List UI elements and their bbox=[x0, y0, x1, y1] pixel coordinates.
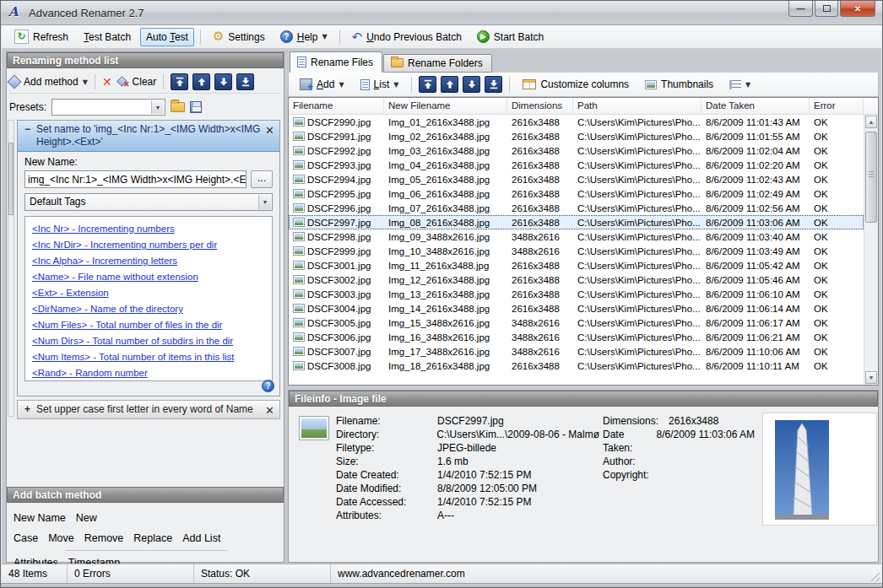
collapse-icon[interactable]: − bbox=[24, 123, 30, 135]
column-header-error[interactable]: Error bbox=[810, 98, 864, 114]
table-row[interactable]: DSCF3008.jpgImg_18_2616x3488.jpg2616x348… bbox=[289, 359, 864, 373]
scrollbar-thumb[interactable] bbox=[865, 132, 877, 223]
start-batch-button[interactable]: ▶ Start Batch bbox=[471, 27, 550, 46]
filename-text: DSCF2990.jpg bbox=[307, 117, 371, 127]
gear-icon: ⚙ bbox=[213, 30, 224, 43]
table-row[interactable]: DSCF2995.jpgImg_06_2616x3488.jpg2616x348… bbox=[289, 186, 864, 201]
clear-button[interactable]: Clear bbox=[133, 76, 157, 88]
scrollbar-thumb[interactable] bbox=[8, 143, 14, 215]
method-help-icon[interactable]: ? bbox=[262, 380, 274, 392]
file-table-scrollbar[interactable]: ▲ ▼ bbox=[864, 115, 878, 385]
table-row[interactable]: DSCF3001.jpgImg_11_2616x3488.jpg2616x348… bbox=[289, 258, 864, 272]
tab-rename-files[interactable]: Rename Files bbox=[290, 51, 382, 73]
tags-dropdown[interactable]: Default Tags ▼ bbox=[24, 193, 273, 211]
settings-button[interactable]: ⚙ Settings bbox=[207, 27, 271, 46]
delete-method-icon[interactable]: ✕ bbox=[102, 76, 112, 88]
tag-link[interactable]: <Ext> - Extension bbox=[32, 285, 265, 301]
table-row[interactable]: DSCF3005.jpgImg_15_3488x2616.jpg3488x261… bbox=[289, 316, 864, 330]
chevron-down-icon[interactable]: ▼ bbox=[151, 100, 164, 114]
add-batch-method-link[interactable]: Add List bbox=[182, 532, 220, 544]
table-row[interactable]: DSCF2993.jpgImg_04_2616x3488.jpg2616x348… bbox=[289, 158, 864, 172]
customize-columns-button[interactable]: Customize columns bbox=[517, 75, 635, 94]
table-row[interactable]: DSCF2998.jpgImg_09_3488x2616.jpg3488x261… bbox=[289, 229, 864, 244]
move-file-bottom-button[interactable] bbox=[485, 76, 502, 93]
table-row[interactable]: DSCF2991.jpgImg_02_2616x3488.jpg2616x348… bbox=[289, 129, 864, 143]
save-preset-icon[interactable] bbox=[190, 101, 202, 113]
chevron-down-icon[interactable]: ▼ bbox=[258, 195, 271, 209]
app-window: A Advanced Renamer 2.7 — ✕ ↻ Refresh Tes… bbox=[0, 0, 883, 588]
test-batch-button[interactable]: Test Batch bbox=[78, 28, 137, 46]
tag-link[interactable]: <Num Items> - Total number of items in t… bbox=[32, 349, 265, 365]
close-icon[interactable]: ✕ bbox=[265, 404, 274, 417]
tag-link[interactable]: <Inc Alpha> - Incrementing letters bbox=[32, 253, 265, 269]
presets-combobox[interactable]: ▼ bbox=[51, 99, 165, 116]
move-file-up-button[interactable] bbox=[441, 76, 458, 93]
close-button[interactable]: ✕ bbox=[840, 1, 875, 17]
table-row[interactable]: DSCF2990.jpgImg_01_2616x3488.jpg2616x348… bbox=[289, 115, 864, 129]
move-file-top-button[interactable] bbox=[419, 76, 436, 93]
add-batch-method-link[interactable]: New Name bbox=[14, 512, 66, 524]
column-header-new-filename[interactable]: New Filename bbox=[384, 98, 507, 114]
add-method-button[interactable]: Add method bbox=[24, 76, 79, 88]
column-header-filename[interactable]: Filename bbox=[289, 98, 384, 114]
add-files-button[interactable]: Add ▼ bbox=[294, 75, 350, 94]
window-title: Advanced Renamer 2.7 bbox=[29, 7, 144, 19]
move-method-down-button[interactable] bbox=[214, 73, 232, 90]
table-row[interactable]: DSCF3004.jpgImg_14_2616x3488.jpg2616x348… bbox=[289, 301, 864, 316]
open-preset-icon[interactable] bbox=[171, 102, 185, 112]
move-file-down-button[interactable] bbox=[463, 76, 480, 93]
move-method-bottom-button[interactable] bbox=[236, 73, 254, 90]
chevron-down-icon[interactable]: ▼ bbox=[83, 78, 88, 86]
fileinfo-field: Attributes:A--- bbox=[336, 509, 599, 522]
table-row[interactable]: DSCF3002.jpgImg_12_2616x3488.jpg2616x348… bbox=[289, 272, 864, 287]
help-button[interactable]: ? Help ▼ bbox=[274, 27, 333, 46]
table-row[interactable]: DSCF2994.jpgImg_05_2616x3488.jpg2616x348… bbox=[289, 172, 864, 186]
method-set-name-header[interactable]: − Set name to 'img_<Inc Nr:1>_<IMG Width… bbox=[18, 121, 279, 152]
tag-link[interactable]: <Rand> - Random number bbox=[32, 365, 265, 381]
add-batch-method-link[interactable]: Replace bbox=[133, 532, 172, 544]
tab-rename-folders[interactable]: Rename Folders bbox=[383, 54, 492, 73]
move-method-up-button[interactable] bbox=[192, 73, 210, 90]
tower-photo bbox=[775, 420, 829, 520]
tag-link[interactable]: <DirName> - Name of the directory bbox=[32, 301, 265, 317]
title-bar[interactable]: A Advanced Renamer 2.7 — ✕ bbox=[1, 1, 882, 25]
scroll-down-icon[interactable]: ▼ bbox=[865, 371, 877, 384]
renaming-method-panel: Renaming method list Add method ▼ ✕ ✕ Cl… bbox=[6, 51, 284, 563]
column-header-date-taken[interactable]: Date Taken bbox=[702, 98, 810, 114]
maximize-button[interactable] bbox=[815, 1, 838, 17]
column-header-path[interactable]: Path bbox=[573, 98, 702, 114]
tag-link[interactable]: <Name> - File name without extension bbox=[32, 269, 265, 285]
table-row[interactable]: DSCF3007.jpgImg_17_3488x2616.jpg3488x261… bbox=[289, 344, 864, 359]
tag-link[interactable]: <Num Files> - Total number of files in t… bbox=[32, 317, 265, 333]
thumbnails-button[interactable]: Thumbnails bbox=[639, 75, 719, 94]
fileinfo-field: Dimensions:2616x3488 bbox=[603, 414, 755, 428]
website-link[interactable]: www.advancedrenamer.com bbox=[331, 564, 881, 583]
table-row[interactable]: DSCF3006.jpgImg_16_3488x2616.jpg3488x261… bbox=[289, 330, 864, 344]
minimize-button[interactable]: — bbox=[788, 1, 813, 17]
add-batch-method-link[interactable]: Move bbox=[48, 532, 74, 544]
method-upper-case-header[interactable]: + Set upper case first letter in every w… bbox=[17, 400, 280, 419]
list-button[interactable]: List ▼ bbox=[355, 75, 405, 94]
scroll-up-icon[interactable]: ▲ bbox=[865, 116, 877, 128]
table-row[interactable]: DSCF2999.jpgImg_10_3488x2616.jpg3488x261… bbox=[289, 244, 864, 258]
browse-button[interactable]: ... bbox=[251, 170, 273, 188]
table-row[interactable]: DSCF2992.jpgImg_03_2616x3488.jpg2616x348… bbox=[289, 143, 864, 158]
tag-link[interactable]: <Inc NrDir> - Incrementing numbers per d… bbox=[32, 237, 265, 253]
auto-test-button[interactable]: Auto Test bbox=[140, 28, 194, 46]
tag-link[interactable]: <Num Dirs> - Total number of subdirs in … bbox=[32, 333, 265, 349]
table-row[interactable]: DSCF2996.jpgImg_07_2616x3488.jpg2616x348… bbox=[289, 201, 864, 215]
new-name-input[interactable]: img_<Inc Nr:1>_<IMG Width>x<IMG Height>.… bbox=[24, 170, 246, 188]
column-header-dimensions[interactable]: Dimensions bbox=[507, 98, 573, 114]
table-row[interactable]: DSCF2997.jpgImg_08_2616x3488.jpg2616x348… bbox=[289, 215, 864, 229]
refresh-button[interactable]: ↻ Refresh bbox=[8, 26, 74, 47]
expand-icon[interactable]: + bbox=[24, 403, 30, 415]
tag-link[interactable]: <Inc Nr> - Incrementing numbers bbox=[32, 221, 265, 237]
undo-previous-batch-button[interactable]: ↶ Undo Previous Batch bbox=[346, 28, 468, 46]
method-list-scrollbar[interactable] bbox=[8, 120, 14, 417]
image-file-icon bbox=[293, 203, 305, 213]
view-mode-button[interactable]: ▼ bbox=[723, 77, 756, 93]
add-batch-method-link[interactable]: Remove bbox=[84, 532, 124, 544]
move-method-top-button[interactable] bbox=[171, 73, 188, 90]
close-icon[interactable]: ✕ bbox=[265, 124, 274, 137]
table-row[interactable]: DSCF3003.jpgImg_13_2616x3488.jpg2616x348… bbox=[289, 287, 864, 301]
